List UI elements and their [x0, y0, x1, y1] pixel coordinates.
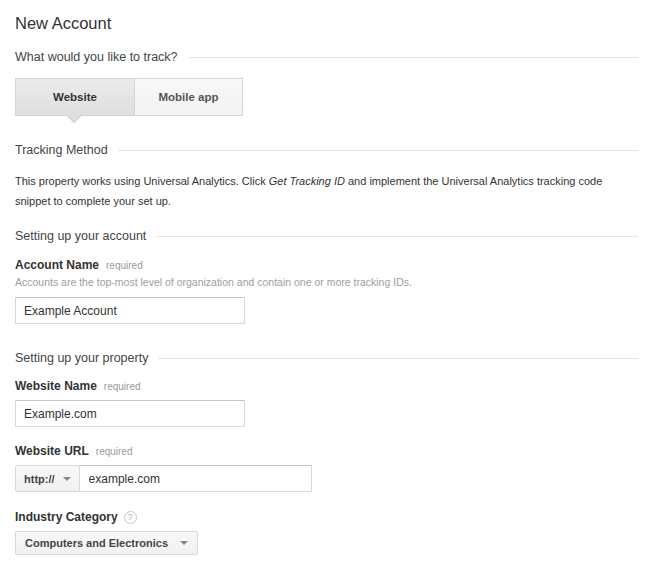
website-url-row: http:// — [15, 465, 638, 492]
website-name-label: Website Name — [15, 379, 97, 393]
account-name-input[interactable] — [15, 297, 245, 324]
url-protocol-value: http:// — [24, 473, 55, 485]
section-heading-account: Setting up your account — [15, 228, 638, 244]
track-heading-text: What would you like to track? — [15, 49, 178, 65]
industry-category-value: Computers and Electronics — [25, 537, 168, 549]
website-url-label-row: Website URL required — [15, 444, 638, 458]
industry-category-dropdown[interactable]: Computers and Electronics — [15, 531, 198, 555]
section-heading-tracking-method: Tracking Method — [15, 142, 638, 158]
account-heading-text: Setting up your account — [15, 228, 146, 244]
chevron-down-icon — [63, 477, 71, 481]
website-url-input[interactable] — [80, 465, 312, 492]
help-icon[interactable]: ? — [124, 511, 137, 524]
chevron-down-icon — [180, 541, 188, 545]
account-name-label: Account Name — [15, 258, 99, 272]
tab-mobile-app-label: Mobile app — [158, 91, 218, 103]
heading-divider — [118, 150, 638, 151]
tab-mobile-app[interactable]: Mobile app — [135, 78, 243, 116]
tab-website-label: Website — [53, 91, 97, 103]
section-heading-track: What would you like to track? — [15, 49, 638, 65]
description-text-1: This property works using Universal Anal… — [15, 175, 269, 187]
website-url-label: Website URL — [15, 444, 89, 458]
page-title: New Account — [15, 13, 638, 34]
get-tracking-id-emphasis: Get Tracking ID — [269, 175, 345, 187]
required-badge: required — [96, 446, 133, 457]
website-name-label-row: Website Name required — [15, 379, 638, 393]
property-heading-text: Setting up your property — [15, 350, 148, 366]
url-protocol-dropdown[interactable]: http:// — [15, 465, 80, 492]
website-name-input[interactable] — [15, 400, 245, 427]
required-badge: required — [106, 260, 143, 271]
selected-tab-pointer-icon — [67, 109, 81, 123]
account-name-label-row: Account Name required — [15, 258, 638, 272]
heading-divider — [188, 57, 638, 58]
account-name-helper-text: Accounts are the top-most level of organ… — [15, 276, 638, 288]
industry-category-label-row: Industry Category ? — [15, 510, 638, 524]
new-account-page: New Account What would you like to track… — [0, 0, 650, 576]
industry-category-label: Industry Category — [15, 510, 118, 524]
tracking-method-heading-text: Tracking Method — [15, 142, 108, 158]
required-badge: required — [104, 381, 141, 392]
tracking-method-description: This property works using Universal Anal… — [15, 171, 637, 211]
track-type-tabs: Website Mobile app — [15, 78, 638, 116]
heading-divider — [156, 236, 638, 237]
section-heading-property: Setting up your property — [15, 350, 638, 366]
heading-divider — [158, 358, 638, 359]
tab-website[interactable]: Website — [15, 78, 135, 116]
